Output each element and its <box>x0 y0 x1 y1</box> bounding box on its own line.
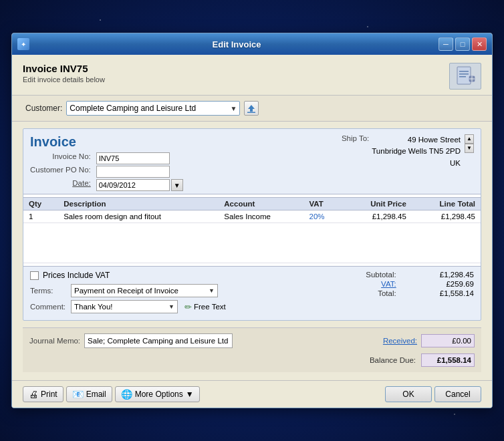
ok-button[interactable]: OK <box>385 386 432 402</box>
svg-rect-2 <box>459 74 469 75</box>
customer-po-input[interactable] <box>96 166 170 178</box>
more-options-label: More Options <box>135 390 183 399</box>
title-bar: ✦ Edit Invoice ─ □ ✕ <box>12 33 492 55</box>
date-label: Date: <box>30 179 91 191</box>
balance-label: Balance Due: <box>370 356 416 364</box>
terms-row: Terms: Payment on Receipt of Invoice ▼ <box>30 284 334 297</box>
col-account: Account <box>219 198 303 210</box>
window-title: Edit Invoice <box>35 39 438 49</box>
ship-to-label: Ship To: <box>342 134 369 169</box>
header: Invoice INV75 Edit invoice details below <box>23 63 481 90</box>
content-area: Invoice INV75 Edit invoice details below… <box>12 55 492 380</box>
prices-include-vat-label: Prices Include VAT <box>43 271 110 280</box>
col-vat: VAT <box>304 198 343 210</box>
invoice-table: Qty Description Account VAT Unit Price L… <box>23 197 481 263</box>
cancel-button[interactable]: Cancel <box>434 386 481 402</box>
cell-vat: 20% <box>304 210 343 223</box>
window-controls: ─ □ ✕ <box>438 37 487 51</box>
ship-area: Ship To: 49 Howe Street Tunbridge Wells … <box>197 134 474 191</box>
col-unit-price: Unit Price <box>342 198 411 210</box>
journal-label: Journal Memo: <box>29 337 80 345</box>
journal-row: Journal Memo: Received: £0.00 <box>29 333 475 348</box>
col-line-total: Line Total <box>412 198 481 210</box>
vat-value: £259.69 <box>402 280 474 288</box>
journal-input[interactable] <box>84 333 233 348</box>
minimize-button[interactable]: ─ <box>438 37 453 51</box>
invoice-panel: Invoice Invoice No: Customer PO No: Date… <box>23 128 481 321</box>
invoice-no-label: Invoice No: <box>30 152 91 164</box>
comment-dropdown[interactable]: Thank You! ▼ <box>71 300 178 313</box>
pencil-icon: ✏ <box>184 302 192 312</box>
totals-grid: Subtotal: £1,298.45 VAT: £259.69 Total: … <box>340 271 474 297</box>
address-scroll: ▲ ▼ <box>465 134 474 153</box>
customer-select-value: Complete Camping and Leisure Ltd <box>70 104 196 113</box>
prices-include-vat-checkbox[interactable] <box>30 271 39 280</box>
customer-po-field <box>96 166 183 178</box>
received-label[interactable]: Received: <box>383 337 417 345</box>
invoice-no-input[interactable] <box>96 152 170 164</box>
comment-row: Comment: Thank You! ▼ ✏ Free Text <box>30 300 334 313</box>
button-bar: 🖨 Print 📧 Email 🌐 More Options ▼ OK Canc… <box>12 380 492 408</box>
total-label: Total: <box>340 289 396 297</box>
subtotal-value: £1,298.45 <box>402 271 474 279</box>
received-value: £0.00 <box>421 334 475 347</box>
cell-qty: 1 <box>23 210 58 223</box>
cell-description: Sales room design and fitout <box>58 210 219 223</box>
date-input[interactable] <box>96 179 170 191</box>
subtotal-label: Subtotal: <box>340 271 396 279</box>
invoice-table-body: 1 Sales room design and fitout Sales Inc… <box>23 210 481 263</box>
comment-value: Thank You! <box>74 303 113 311</box>
comment-label: Comment: <box>30 303 67 311</box>
date-picker-button[interactable]: ▼ <box>171 179 183 191</box>
invoice-heading: Invoice <box>30 134 183 150</box>
app-icon: ✦ <box>17 38 29 50</box>
col-description: Description <box>58 198 219 210</box>
globe-icon: 🌐 <box>121 389 132 400</box>
table-row[interactable]: 1 Sales room design and fitout Sales Inc… <box>23 210 481 223</box>
svg-rect-8 <box>247 112 255 114</box>
terms-value: Payment on Receipt of Invoice <box>74 287 178 295</box>
customer-row: Customer: Complete Camping and Leisure L… <box>12 95 492 122</box>
invoice-icon <box>449 63 481 90</box>
customer-label: Customer: <box>25 104 62 113</box>
email-button[interactable]: 📧 Email <box>66 386 112 402</box>
date-field: ▼ <box>96 179 183 191</box>
svg-rect-0 <box>457 67 471 84</box>
col-qty: Qty <box>23 198 58 210</box>
cell-line-total: £1,298.45 <box>412 210 481 223</box>
more-options-arrow: ▼ <box>186 390 194 399</box>
terms-dropdown[interactable]: Payment on Receipt of Invoice ▼ <box>71 284 218 297</box>
more-options-button[interactable]: 🌐 More Options ▼ <box>115 386 200 402</box>
print-button[interactable]: 🖨 Print <box>23 386 64 402</box>
svg-marker-7 <box>248 105 255 112</box>
customer-select[interactable]: Complete Camping and Leisure Ltd ▼ <box>66 101 240 116</box>
close-button[interactable]: ✕ <box>472 37 487 51</box>
footer-area: Journal Memo: Received: £0.00 Balance Du… <box>23 327 481 372</box>
free-text-label: Free Text <box>194 303 226 311</box>
customer-upload-button[interactable] <box>244 101 259 116</box>
print-label: Print <box>41 390 57 399</box>
scroll-up-button[interactable]: ▲ <box>465 134 474 144</box>
invoice-no-field <box>96 152 183 164</box>
print-icon: 🖨 <box>29 389 38 400</box>
invoice-fields: Invoice No: Customer PO No: Date: ▼ <box>30 152 183 191</box>
cell-unit-price: £1,298.45 <box>342 210 411 223</box>
total-value: £1,558.14 <box>402 289 474 297</box>
ship-line3: UK <box>372 158 461 169</box>
invoice-bottom-right: Subtotal: £1,298.45 VAT: £259.69 Total: … <box>340 271 474 297</box>
invoice-bottom-panel: Prices Include VAT Terms: Payment on Rec… <box>23 267 481 320</box>
header-info: Invoice INV75 Edit invoice details below <box>23 63 449 84</box>
customer-dropdown-arrow: ▼ <box>230 105 237 112</box>
vat-label[interactable]: VAT: <box>340 280 396 288</box>
ship-line1: 49 Howe Street <box>372 134 461 146</box>
maximize-button[interactable]: □ <box>455 37 470 51</box>
ship-line2: Tunbridge Wells TN5 2PD <box>372 146 461 157</box>
invoice-bottom-left: Prices Include VAT Terms: Payment on Rec… <box>30 271 334 316</box>
free-text-button[interactable]: ✏ Free Text <box>182 301 229 313</box>
ship-address: 49 Howe Street Tunbridge Wells TN5 2PD U… <box>372 134 461 169</box>
comment-dropdown-arrow: ▼ <box>166 303 174 310</box>
email-icon: 📧 <box>72 389 84 400</box>
balance-value: £1,558.14 <box>421 353 475 367</box>
scroll-down-button[interactable]: ▼ <box>465 144 474 153</box>
svg-rect-3 <box>459 76 466 78</box>
